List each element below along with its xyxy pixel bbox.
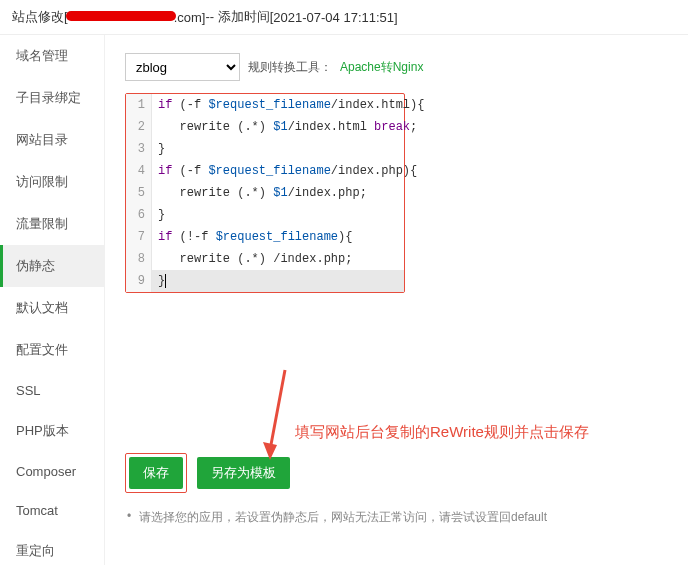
line-number: 2	[126, 116, 152, 138]
save-button-highlight: 保存	[125, 453, 187, 493]
sidebar-item-9[interactable]: PHP版本	[0, 410, 104, 452]
code-line: 3}	[126, 138, 404, 160]
save-button[interactable]: 保存	[129, 457, 183, 489]
sidebar-item-8[interactable]: SSL	[0, 371, 104, 410]
sidebar-item-1[interactable]: 子目录绑定	[0, 77, 104, 119]
sidebar: 域名管理子目录绑定网站目录访问限制流量限制伪静态默认文档配置文件SSLPHP版本…	[0, 35, 105, 565]
sidebar-item-6[interactable]: 默认文档	[0, 287, 104, 329]
sidebar-item-11[interactable]: Tomcat	[0, 491, 104, 530]
line-number: 7	[126, 226, 152, 248]
line-content: rewrite (.*) $1/index.php;	[152, 182, 404, 204]
title-domain-suffix: .com]	[174, 10, 206, 25]
line-number: 1	[126, 94, 152, 116]
save-template-button[interactable]: 另存为模板	[197, 457, 290, 489]
code-editor-highlight-box: 1if (-f $request_filename/index.html){2 …	[125, 93, 405, 293]
code-line: 9}	[126, 270, 404, 292]
code-line: 2 rewrite (.*) $1/index.html break;	[126, 116, 404, 138]
text-cursor	[165, 274, 166, 288]
redacted-domain	[66, 11, 176, 21]
line-number: 8	[126, 248, 152, 270]
sidebar-item-12[interactable]: 重定向	[0, 530, 104, 565]
line-content: }	[152, 138, 404, 160]
code-line: 4if (-f $request_filename/index.php){	[126, 160, 404, 182]
sidebar-item-4[interactable]: 流量限制	[0, 203, 104, 245]
line-content: rewrite (.*) $1/index.html break;	[152, 116, 423, 138]
code-line: 7if (!-f $request_filename){	[126, 226, 404, 248]
line-content: rewrite (.*) /index.php;	[152, 248, 404, 270]
line-number: 9	[126, 270, 152, 292]
code-line: 8 rewrite (.*) /index.php;	[126, 248, 404, 270]
line-number: 4	[126, 160, 152, 182]
code-line: 6}	[126, 204, 404, 226]
title-prefix: 站点修改[	[12, 8, 68, 26]
title-addtime-label: -- 添加时间[	[205, 8, 273, 26]
sidebar-item-0[interactable]: 域名管理	[0, 35, 104, 77]
title-addtime: 2021-07-04 17:11:51	[273, 10, 394, 25]
toolbar: zblog 规则转换工具： Apache转Nginx	[125, 53, 668, 81]
line-content: if (!-f $request_filename){	[152, 226, 404, 248]
sidebar-item-10[interactable]: Composer	[0, 452, 104, 491]
line-content: }	[152, 270, 404, 292]
sidebar-item-7[interactable]: 配置文件	[0, 329, 104, 371]
code-line: 1if (-f $request_filename/index.html){	[126, 94, 404, 116]
dialog-title: 站点修改[.com] -- 添加时间[2021-07-04 17:11:51]	[0, 0, 688, 35]
code-editor[interactable]: 1if (-f $request_filename/index.html){2 …	[126, 94, 404, 292]
sidebar-item-2[interactable]: 网站目录	[0, 119, 104, 161]
sidebar-item-3[interactable]: 访问限制	[0, 161, 104, 203]
title-suffix: ]	[394, 10, 398, 25]
preset-select[interactable]: zblog	[125, 53, 240, 81]
main-panel: zblog 规则转换工具： Apache转Nginx 1if (-f $requ…	[105, 35, 688, 565]
convert-link[interactable]: Apache转Nginx	[340, 59, 423, 76]
line-number: 6	[126, 204, 152, 226]
convert-label: 规则转换工具：	[248, 59, 332, 76]
code-line: 5 rewrite (.*) $1/index.php;	[126, 182, 404, 204]
line-number: 3	[126, 138, 152, 160]
line-number: 5	[126, 182, 152, 204]
svg-line-0	[270, 370, 285, 450]
line-content: }	[152, 204, 404, 226]
hint-text: 请选择您的应用，若设置伪静态后，网站无法正常访问，请尝试设置回default	[125, 509, 668, 526]
line-content: if (-f $request_filename/index.html){	[152, 94, 430, 116]
annotation-text: 填写网站后台复制的ReWrite规则并点击保存	[295, 423, 589, 442]
button-row: 保存 另存为模板	[125, 453, 668, 493]
line-content: if (-f $request_filename/index.php){	[152, 160, 423, 182]
sidebar-item-5[interactable]: 伪静态	[0, 245, 104, 287]
